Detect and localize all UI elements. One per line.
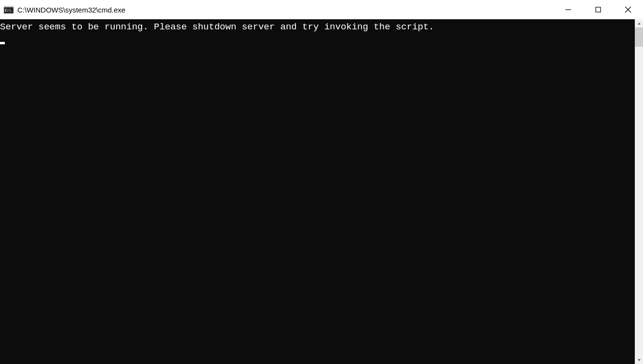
- cmd-icon: C:\: [4, 6, 13, 13]
- scroll-track[interactable]: [635, 27, 643, 356]
- window-controls: [553, 0, 643, 19]
- svg-text:C:\: C:\: [5, 9, 11, 13]
- scroll-thumb[interactable]: [635, 27, 643, 47]
- maximize-button[interactable]: [583, 0, 613, 19]
- terminal-output[interactable]: Server seems to be running. Please shutd…: [0, 19, 635, 364]
- window-titlebar: C:\ C:\WINDOWS\system32\cmd.exe: [0, 0, 643, 19]
- close-button[interactable]: [613, 0, 643, 19]
- svg-rect-4: [596, 7, 601, 12]
- terminal-cursor: [0, 42, 5, 44]
- terminal-line: Server seems to be running. Please shutd…: [0, 21, 635, 33]
- scroll-up-arrow-icon[interactable]: [635, 19, 643, 27]
- terminal-area: Server seems to be running. Please shutd…: [0, 19, 643, 364]
- scroll-down-arrow-icon[interactable]: [635, 356, 643, 364]
- minimize-button[interactable]: [553, 0, 583, 19]
- window-title: C:\WINDOWS\system32\cmd.exe: [17, 6, 125, 14]
- svg-rect-1: [4, 6, 13, 7]
- vertical-scrollbar[interactable]: [635, 19, 643, 364]
